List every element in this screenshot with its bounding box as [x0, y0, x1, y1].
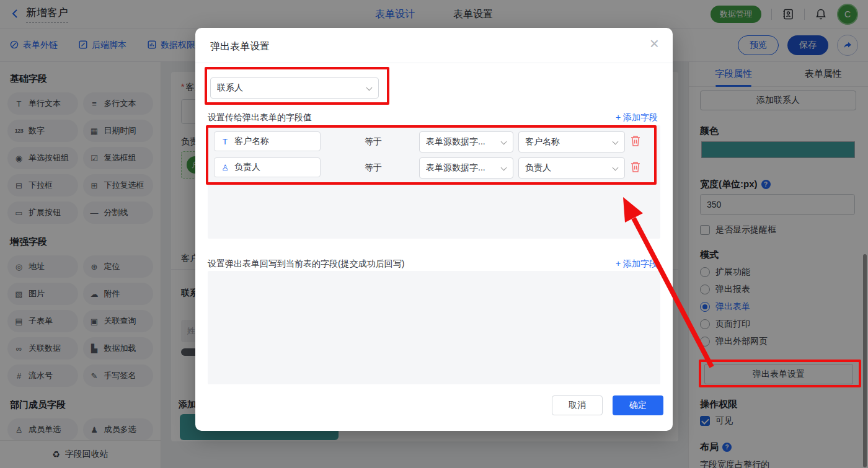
source-field-select[interactable]: 客户名称	[518, 131, 625, 152]
app-root: 新增客户 表单设计 表单设置 数据管理 C	[0, 0, 868, 468]
delete-row-icon[interactable]	[630, 161, 641, 175]
add-field-link-2[interactable]: + 添加字段	[616, 258, 658, 270]
dialog-title: 弹出表单设置	[210, 40, 270, 53]
operator-label: 等于	[365, 157, 382, 177]
field-mapping-row: T 客户名称 等于 表单源数据字... 客户名称	[214, 131, 654, 151]
text-icon: T	[221, 137, 229, 146]
popup-form-settings-dialog: 弹出表单设置 × 联系人 设置传给弹出表单的字段值 + 添加字段 T 客户名称 …	[195, 28, 673, 431]
cancel-button[interactable]: 取消	[552, 395, 603, 415]
pass-fields-panel: T 客户名称 等于 表单源数据字... 客户名称 ♙ 负责人	[208, 125, 660, 239]
chevron-down-icon	[613, 165, 619, 171]
source-type-select[interactable]: 表单源数据字...	[419, 131, 513, 152]
writeback-section-label: 设置弹出表单回写到当前表的字段(提交成功后回写)	[208, 258, 404, 270]
close-icon[interactable]: ×	[650, 35, 659, 51]
field-mapping-row: ♙ 负责人 等于 表单源数据字... 负责人	[214, 157, 654, 177]
source-type-select[interactable]: 表单源数据字...	[419, 157, 513, 179]
divider	[195, 63, 673, 63]
chevron-down-icon	[501, 165, 507, 171]
delete-row-icon[interactable]	[630, 135, 641, 149]
pass-fields-section-label: 设置传给弹出表单的字段值	[208, 112, 312, 123]
chevron-down-icon	[501, 139, 507, 145]
confirm-button[interactable]: 确定	[613, 395, 663, 415]
add-field-link-1[interactable]: + 添加字段	[616, 112, 658, 123]
operator-label: 等于	[365, 131, 382, 151]
source-field-select[interactable]: 负责人	[518, 157, 625, 179]
chevron-down-icon	[366, 85, 373, 91]
target-field-box[interactable]: ♙ 负责人	[214, 157, 321, 177]
target-form-select[interactable]: 联系人	[210, 77, 379, 99]
person-icon: ♙	[221, 163, 229, 172]
chevron-down-icon	[613, 139, 619, 145]
target-field-box[interactable]: T 客户名称	[214, 131, 321, 151]
writeback-panel	[208, 271, 660, 384]
